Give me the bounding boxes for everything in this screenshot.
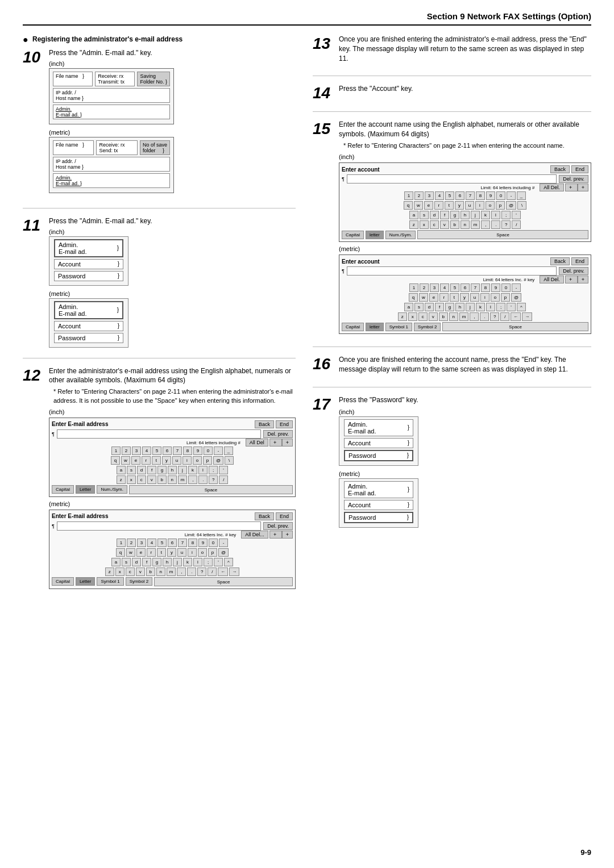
mkey-r[interactable]: r: [147, 548, 156, 557]
s15key-e[interactable]: e: [424, 201, 433, 210]
s15key-i[interactable]: i: [475, 201, 484, 210]
key-m[interactable]: m: [178, 475, 188, 484]
mkey-y[interactable]: y: [167, 548, 176, 557]
mkey-period[interactable]: .: [187, 567, 196, 576]
key-uscore[interactable]: _: [224, 446, 233, 455]
mkey-j[interactable]: j: [173, 558, 182, 566]
step15-numsym-btn[interactable]: Num./Sym.: [385, 231, 416, 239]
s15key-u[interactable]: u: [465, 201, 474, 210]
step12-space-btn[interactable]: Space: [129, 485, 293, 494]
key-1[interactable]: 1: [111, 446, 121, 455]
s15mkey-comma[interactable]: ,: [470, 312, 479, 321]
s15mkey-o[interactable]: o: [491, 293, 500, 302]
mkey-left[interactable]: ←: [218, 567, 228, 576]
step15-kbd-metric-input[interactable]: [347, 266, 557, 276]
key-slash[interactable]: /: [219, 475, 228, 484]
s15mkey-0[interactable]: 0: [501, 283, 511, 292]
s15key-q[interactable]: q: [404, 201, 413, 210]
step15-space-btn[interactable]: Space: [417, 230, 588, 239]
key-3[interactable]: 3: [132, 446, 141, 455]
key-o[interactable]: o: [193, 456, 202, 465]
key-9[interactable]: 9: [193, 446, 202, 455]
step12-plus1-inch[interactable]: +: [269, 439, 282, 446]
s15mkey-semi[interactable]: ;: [496, 303, 505, 311]
s15key-b[interactable]: b: [450, 220, 459, 229]
key-w[interactable]: w: [121, 456, 130, 465]
s15key-s[interactable]: s: [420, 211, 429, 219]
mkey-slash[interactable]: /: [208, 567, 217, 576]
s15mkey-h[interactable]: h: [455, 303, 464, 311]
key-d[interactable]: d: [137, 466, 146, 474]
s15key-7[interactable]: 7: [466, 191, 475, 200]
step12-sym2-btn-m[interactable]: Symbol 2: [126, 577, 152, 586]
key-i[interactable]: i: [182, 456, 192, 465]
step12-plus1-metric[interactable]: +: [269, 531, 282, 539]
mkey-u[interactable]: u: [177, 548, 186, 557]
step15-sym2-btn-m[interactable]: Symbol 2: [414, 323, 441, 331]
step12-kbd-inch-input[interactable]: [57, 429, 261, 439]
mkey-a[interactable]: a: [111, 558, 121, 566]
step12-letter-btn-m[interactable]: Letter: [76, 577, 95, 586]
mkey-5[interactable]: 5: [157, 539, 167, 547]
mkey-8[interactable]: 8: [188, 539, 197, 547]
step12-del-prev-m[interactable]: Del. prev.: [263, 522, 293, 530]
s15key-m[interactable]: m: [471, 220, 480, 229]
mkey-at[interactable]: @: [218, 548, 229, 557]
key-z[interactable]: z: [117, 475, 126, 484]
step15-back-btn[interactable]: Back: [550, 165, 570, 173]
key-semi[interactable]: ;: [209, 466, 218, 474]
s15mkey-l[interactable]: l: [486, 303, 495, 311]
step12-sym1-btn-m[interactable]: Symbol 1: [97, 577, 123, 586]
s15mkey-period[interactable]: .: [480, 312, 489, 321]
s15mkey-a[interactable]: a: [404, 303, 413, 311]
mkey-2[interactable]: 2: [127, 539, 136, 547]
key-y[interactable]: y: [162, 456, 171, 465]
s15mkey-c[interactable]: c: [418, 312, 428, 321]
s15key-6[interactable]: 6: [455, 191, 464, 200]
s15key-k[interactable]: k: [481, 211, 490, 219]
mkey-right[interactable]: →: [229, 567, 239, 576]
mkey-comma[interactable]: ,: [177, 567, 186, 576]
s15mkey-3[interactable]: 3: [430, 283, 439, 292]
s15mkey-s[interactable]: s: [414, 303, 424, 311]
s15mkey-f[interactable]: f: [435, 303, 444, 311]
s15mkey-n[interactable]: n: [449, 312, 458, 321]
key-at[interactable]: @: [213, 456, 223, 465]
step15-capital-btn-m[interactable]: Capital: [342, 323, 364, 331]
key-apos[interactable]: ': [219, 466, 228, 474]
key-a[interactable]: a: [117, 466, 126, 474]
mkey-1[interactable]: 1: [117, 539, 126, 547]
mkey-s[interactable]: s: [122, 558, 131, 566]
s15mkey-k[interactable]: k: [476, 303, 485, 311]
key-l[interactable]: l: [198, 466, 208, 474]
s15mkey-question[interactable]: ?: [490, 312, 499, 321]
step15-end-btn-m[interactable]: End: [571, 257, 588, 265]
key-f[interactable]: f: [147, 466, 156, 474]
mkey-k[interactable]: k: [183, 558, 192, 566]
s15mkey-m[interactable]: m: [459, 312, 469, 321]
s15key-at[interactable]: @: [506, 201, 516, 210]
s15key-comma[interactable]: ,: [481, 220, 490, 229]
s15key-j[interactable]: j: [471, 211, 480, 219]
s15key-uscore[interactable]: _: [517, 191, 526, 200]
mkey-9[interactable]: 9: [198, 539, 208, 547]
step12-plus2-metric[interactable]: +: [282, 531, 293, 539]
step15-capital-btn[interactable]: Capital: [342, 231, 364, 239]
s15key-a[interactable]: a: [409, 211, 418, 219]
mkey-question[interactable]: ?: [197, 567, 206, 576]
step12-numsym-btn[interactable]: Num./Sym.: [97, 485, 127, 494]
s15key-9[interactable]: 9: [486, 191, 495, 200]
key-q[interactable]: q: [111, 456, 120, 465]
s15key-semi[interactable]: ;: [501, 211, 511, 219]
key-x[interactable]: x: [127, 475, 136, 484]
s15key-x[interactable]: x: [420, 220, 429, 229]
mkey-c[interactable]: c: [126, 567, 135, 576]
step15-back-btn-m[interactable]: Back: [550, 257, 570, 265]
step12-end-btn-m[interactable]: End: [276, 512, 293, 520]
s15mkey-q[interactable]: q: [409, 293, 418, 302]
s15mkey-d[interactable]: d: [425, 303, 434, 311]
s15mkey-9[interactable]: 9: [491, 283, 500, 292]
key-7[interactable]: 7: [173, 446, 182, 455]
s15key-c[interactable]: c: [430, 220, 439, 229]
step15-alldel-inch[interactable]: All Del.: [540, 183, 564, 191]
